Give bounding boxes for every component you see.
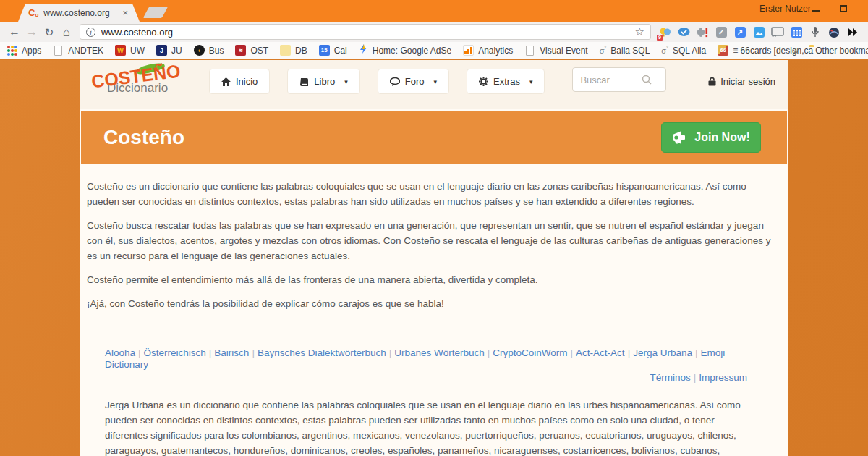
bookmarks-overflow-icon[interactable]: »: [793, 46, 798, 56]
bookmark-andtek[interactable]: ANDTEK: [53, 46, 103, 56]
j-favicon-icon: J: [156, 45, 167, 56]
home-icon[interactable]: ⌂: [58, 26, 75, 38]
search-input[interactable]: [580, 75, 642, 85]
footer-section: Alooha|Österreichisch|Bairisch|Bayrische…: [80, 347, 788, 456]
checkbox-extension-icon[interactable]: ✓: [715, 25, 728, 38]
window-maximize-button[interactable]: [840, 5, 847, 12]
login-link[interactable]: Iniciar sesión: [708, 76, 775, 87]
bookmark-cal[interactable]: 15 Cal: [319, 45, 347, 56]
bookmark-bus[interactable]: ◖ Bus: [194, 45, 224, 56]
check-badge-extension-icon[interactable]: [677, 25, 690, 38]
back-icon[interactable]: ←: [6, 26, 23, 38]
bookmark-db[interactable]: DB: [280, 45, 307, 56]
w-favicon-icon: W: [115, 45, 126, 56]
link-impressum[interactable]: Impressum: [699, 372, 747, 383]
profile-name[interactable]: Erster Nutzer: [760, 4, 811, 14]
bookmark-balla-sql[interactable]: σ° Balla SQL: [600, 46, 650, 56]
legal-links: Términos|Impressum: [105, 372, 763, 384]
link-bayrisches-dialektwoerterbuch[interactable]: Bayrisches Dialektwörterbuch: [258, 347, 386, 358]
browser-window: Co www.costeno.org × Erster Nutzer ← → ↻…: [0, 0, 868, 456]
address-bar[interactable]: i www.costeno.org ☆: [80, 24, 651, 40]
paragraph: Jerga Urbana es un diccionario que conti…: [105, 397, 763, 456]
site-nav: Inicio Libro ▾ Foro ▾ Extras: [209, 69, 545, 94]
bookmark-visual-event[interactable]: Visual Event: [524, 46, 588, 56]
comment-icon: [390, 77, 400, 86]
gear-icon: [479, 77, 488, 86]
alert-extension-icon[interactable]: [696, 25, 709, 38]
site-logo[interactable]: COSTEÑO Diccionario: [91, 66, 189, 96]
bookmark-ju[interactable]: J JU: [156, 45, 182, 56]
skip-extension-icon[interactable]: [846, 25, 859, 38]
search-icon: [642, 75, 652, 85]
calendar-extension-icon[interactable]: [790, 25, 803, 38]
picture-extension-icon[interactable]: [752, 25, 765, 38]
browser-tab[interactable]: Co www.costeno.org ×: [18, 4, 140, 22]
page-title: Costeño: [103, 126, 184, 149]
lock-icon: [708, 77, 716, 86]
hero-banner: Costeño Join Now!: [81, 111, 787, 164]
forward-icon: →: [23, 26, 41, 38]
site-header: COSTEÑO Diccionario Inicio Libro ▾: [80, 60, 788, 109]
webpage-background: COSTEÑO Diccionario Inicio Libro ▾: [0, 60, 868, 456]
new-tab-button[interactable]: [143, 7, 169, 18]
chevron-down-icon: ▾: [529, 78, 533, 85]
house-icon: [221, 77, 231, 86]
bulbs-extension-icon[interactable]: 9: [658, 25, 671, 38]
arrow-extension-icon[interactable]: ↗: [733, 25, 746, 38]
link-bairisch[interactable]: Bairisch: [214, 347, 249, 358]
paragraph: Costeño busca rescatar todas las palabra…: [87, 218, 774, 263]
tab-close-icon[interactable]: ×: [121, 7, 129, 18]
adsense-bolt-icon: [359, 43, 368, 57]
speedtest-gauge-extension-icon[interactable]: [827, 25, 841, 38]
paragraph: ¡Ajá, con Costeño tendrás la posibilidad…: [87, 296, 774, 311]
chevron-down-icon: ▾: [434, 78, 438, 85]
bookmark-apps[interactable]: Apps: [7, 46, 41, 56]
bookmarks-right-group: » Other bookmarks: [793, 42, 868, 59]
page-icon: [526, 46, 534, 56]
partner-links: Alooha|Österreichisch|Bairisch|Bayrische…: [105, 347, 763, 371]
link-jerga-urbana[interactable]: Jerga Urbana: [633, 347, 692, 358]
paragraph: Costeño es un diccionario que contiene l…: [87, 179, 774, 209]
link-cryptocoinworm[interactable]: CryptoCoinWorm: [493, 347, 567, 358]
microphone-extension-icon[interactable]: [809, 25, 822, 38]
nav-inicio[interactable]: Inicio: [209, 69, 270, 94]
nav-foro[interactable]: Foro ▾: [378, 69, 449, 94]
url-text[interactable]: www.costeno.org: [101, 27, 629, 38]
bookmark-sql-alia[interactable]: σ° SQL Alia: [661, 46, 706, 56]
page-info-icon[interactable]: i: [86, 28, 95, 37]
browser-titlebar: Co www.costeno.org × Erster Nutzer: [0, 0, 868, 22]
bus-favicon-icon: ◖: [194, 45, 205, 56]
reload-icon[interactable]: ↻: [41, 27, 58, 38]
flask-icon: σ°: [600, 46, 607, 55]
apps-grid-icon: [7, 46, 17, 56]
nav-libro[interactable]: Libro ▾: [287, 69, 359, 94]
megaphone-icon: [672, 131, 688, 144]
bookmark-uw[interactable]: W UW: [115, 45, 145, 56]
other-bookmarks-label[interactable]: Other bookmarks: [815, 46, 868, 56]
link-act-act-act[interactable]: Act-Act-Act: [576, 347, 625, 358]
site-favicon-icon: Co: [28, 8, 38, 17]
bookmark-analytics[interactable]: Analytics: [463, 45, 513, 56]
bookmark-ost[interactable]: ≋ OST: [235, 45, 268, 56]
paragraph: Costeño permite el entendimiento más all…: [87, 272, 774, 287]
link-oesterreichisch[interactable]: Österreichisch: [144, 347, 206, 358]
book-icon: [299, 77, 309, 86]
nav-extras[interactable]: Extras ▾: [467, 69, 545, 94]
cast-extension-icon[interactable]: [771, 25, 784, 38]
link-terminos[interactable]: Términos: [650, 372, 690, 383]
calendar-15-icon: 15: [319, 45, 330, 56]
link-urbanes-woerterbuch[interactable]: Urbanes Wörterbuch: [394, 347, 485, 358]
window-minimize-button[interactable]: [812, 10, 820, 12]
cards-66-icon: 66: [718, 45, 728, 56]
bookmark-star-icon[interactable]: ☆: [635, 25, 644, 38]
chevron-down-icon: ▾: [344, 78, 348, 85]
bookmark-adsense[interactable]: Home: Google AdSe: [359, 43, 451, 57]
join-now-button[interactable]: Join Now!: [661, 122, 761, 153]
site-search[interactable]: [572, 67, 666, 92]
page-content: COSTEÑO Diccionario Inicio Libro ▾: [80, 60, 788, 456]
flask-icon: σ°: [661, 46, 668, 55]
analytics-icon: [463, 45, 474, 56]
link-alooha[interactable]: Alooha: [105, 347, 135, 358]
extensions-row: 9 ✓ ↗: [658, 25, 859, 38]
bookmarks-bar: Apps ANDTEK W UW J JU ◖ Bus ≋ OST DB 15 …: [0, 42, 868, 59]
